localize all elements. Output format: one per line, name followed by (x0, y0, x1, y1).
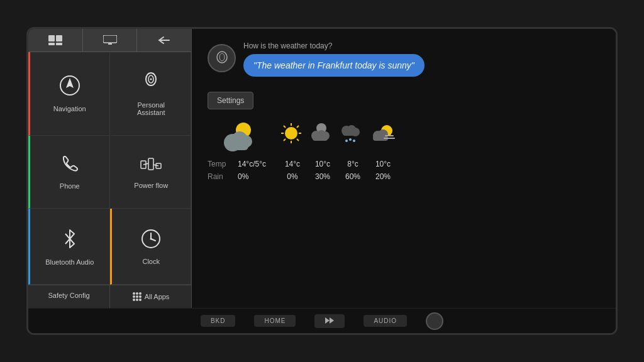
today-weather (208, 119, 270, 156)
left-panel: Navigation PersonalAssistant Phone (28, 29, 192, 308)
svg-line-16 (153, 165, 158, 166)
svg-point-57 (353, 140, 355, 142)
voice-query: How is the weather today? (243, 41, 600, 50)
phone-label: Phone (60, 182, 80, 190)
svg-point-26 (139, 295, 142, 298)
svg-rect-54 (343, 131, 358, 136)
media-button[interactable] (314, 314, 345, 328)
bottom-controls: BKD HOME AUDIO (28, 308, 616, 333)
power-flow-label: Power flow (134, 182, 168, 189)
forecast-4-temp: 10°c (375, 160, 391, 168)
voice-section: How is the weather today? "The weather i… (208, 41, 600, 77)
clock-icon (140, 228, 162, 254)
forecast-4-rain: 20% (375, 172, 391, 181)
svg-rect-13 (148, 158, 153, 170)
app-personal-assistant[interactable]: PersonalAssistant (110, 52, 192, 136)
personal-assistant-icon (140, 70, 162, 97)
svg-line-15 (143, 163, 148, 165)
car-infotainment-screen: Navigation PersonalAssistant Phone (26, 27, 618, 335)
app-power-flow[interactable]: Power flow (110, 136, 192, 209)
app-clock[interactable]: Clock (110, 209, 192, 285)
labels-col: Temp 14°c/5°c Rain 0% (208, 160, 270, 181)
today-rain: 0% (238, 172, 248, 181)
main-content: Navigation PersonalAssistant Phone (28, 29, 616, 308)
settings-button[interactable]: Settings (208, 92, 253, 109)
forecast-data: 14°c 0% 10°c 30% 8°c 60% (280, 160, 600, 181)
svg-rect-2 (48, 43, 55, 45)
volume-knob[interactable] (426, 312, 443, 330)
voice-content: How is the weather today? "The weather i… (243, 41, 600, 77)
svg-rect-4 (103, 35, 117, 43)
app-bluetooth-audio[interactable]: Bluetooth Audio (28, 209, 110, 285)
forecast-2-rain: 30% (315, 172, 330, 181)
today-weather-icon (217, 119, 261, 156)
app-navigation[interactable]: Navigation (28, 52, 110, 136)
clock-label: Clock (142, 258, 160, 265)
audio-button[interactable]: AUDIO (364, 315, 407, 327)
svg-point-37 (285, 127, 297, 140)
svg-point-24 (133, 295, 135, 298)
svg-point-20 (150, 238, 152, 239)
svg-point-27 (133, 299, 135, 301)
power-flow-icon (140, 155, 162, 178)
forecast-columns (280, 119, 600, 145)
bluetooth-icon (61, 228, 79, 255)
navigation-icon (58, 74, 81, 101)
all-apps-btn[interactable]: All Apps (110, 285, 191, 308)
forecast-3-rain: 60% (345, 172, 360, 181)
forecast-data-3: 8°c 60% (340, 160, 365, 181)
today-temp: 14°c/5°c (238, 160, 266, 168)
phone-icon (60, 154, 80, 178)
forecast-2-temp: 10°c (315, 160, 330, 168)
back-btn[interactable] (137, 29, 191, 52)
right-panel: How is the weather today? "The weather i… (192, 29, 616, 308)
svg-rect-3 (56, 43, 62, 45)
svg-line-43 (297, 139, 299, 141)
screen-switch-btn[interactable] (28, 29, 83, 52)
svg-line-42 (284, 126, 286, 128)
forecast-data-4: 10°c 20% (370, 160, 396, 181)
svg-point-25 (136, 295, 138, 298)
svg-marker-8 (66, 78, 74, 88)
svg-line-45 (284, 139, 286, 141)
bottom-bar: Safety Config All Apps (28, 285, 191, 308)
navigation-label: Navigation (53, 105, 86, 112)
app-phone[interactable]: Phone (28, 136, 110, 209)
weather-data-rows: Temp 14°c/5°c Rain 0% 14°c 0% (208, 160, 600, 181)
all-apps-label: All Apps (145, 293, 170, 300)
svg-line-44 (297, 126, 299, 128)
svg-point-56 (349, 138, 352, 141)
personal-assistant-label: PersonalAssistant (137, 101, 165, 116)
forecast-1-rain: 0% (287, 172, 297, 181)
svg-point-29 (139, 299, 142, 301)
voice-response: "The weather in Frankfurt today is sunny… (243, 54, 425, 77)
bkd-button[interactable]: BKD (201, 315, 236, 327)
svg-point-11 (150, 79, 152, 80)
svg-point-21 (133, 292, 135, 295)
rain-label: Rain (208, 172, 233, 181)
forecast-3-temp: 8°c (347, 160, 358, 168)
top-bar (28, 29, 191, 52)
svg-point-22 (136, 292, 138, 295)
display-btn[interactable] (83, 29, 138, 52)
svg-point-55 (345, 140, 348, 142)
forecast-day-2 (308, 122, 333, 145)
svg-rect-50 (313, 136, 328, 141)
svg-point-31 (219, 53, 225, 61)
safety-config-btn[interactable]: Safety Config (28, 285, 110, 308)
svg-rect-0 (48, 35, 55, 41)
forecast-1-temp: 14°c (285, 160, 300, 168)
forecast-data-1: 14°c 0% (280, 160, 305, 181)
svg-rect-36 (226, 143, 248, 150)
home-button[interactable]: HOME (254, 315, 296, 327)
weather-section: Temp 14°c/5°c Rain 0% 14°c 0% (208, 119, 600, 181)
forecast-data-2: 10°c 30% (310, 160, 335, 181)
forecast-day-4 (368, 122, 396, 145)
voice-avatar (208, 41, 236, 72)
forecast-day-3 (338, 122, 363, 145)
svg-rect-5 (108, 43, 112, 45)
svg-point-23 (139, 292, 142, 295)
bluetooth-audio-label: Bluetooth Audio (45, 258, 94, 266)
svg-rect-1 (56, 35, 62, 41)
svg-point-28 (136, 299, 138, 301)
